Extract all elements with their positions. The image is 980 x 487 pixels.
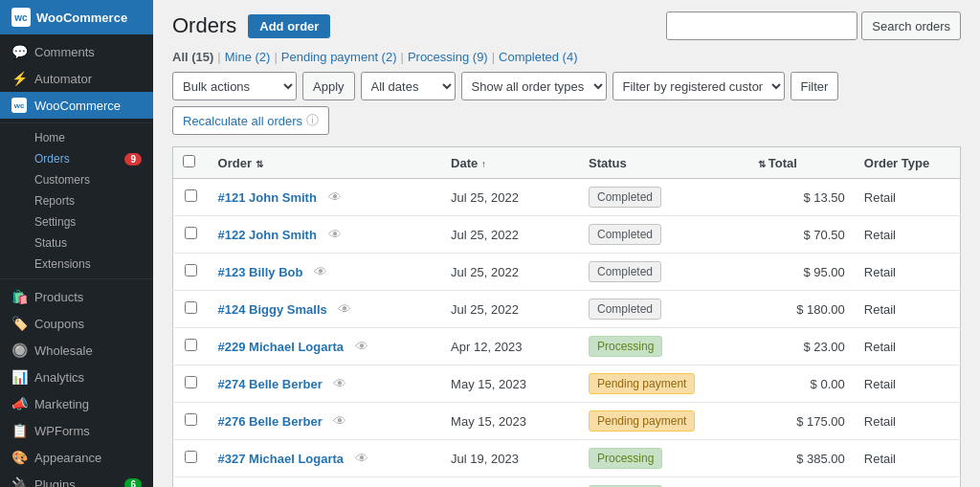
plugins-badge: 6: [124, 478, 142, 488]
sidebar-item-label: Products: [34, 290, 83, 304]
row-checkbox[interactable]: [185, 264, 197, 277]
row-checkbox[interactable]: [185, 339, 197, 351]
row-checkbox-cell: [173, 440, 209, 477]
status-badge: Processing: [589, 336, 662, 357]
order-link[interactable]: #123 Billy Bob: [218, 265, 303, 279]
row-checkbox[interactable]: [185, 301, 197, 314]
table-body: #121 John Smith 👁 Jul 25, 2022 Completed…: [173, 179, 961, 488]
preview-icon[interactable]: 👁: [333, 376, 346, 391]
sidebar-item-products[interactable]: 🛍️ Products: [0, 283, 153, 310]
plugins-icon: 🔌: [11, 476, 27, 487]
order-cell: #124 Biggy Smalls 👁: [209, 291, 442, 328]
preview-icon[interactable]: 👁: [328, 189, 342, 205]
toolbar: Bulk actions Mark processing Mark on-hol…: [172, 72, 961, 135]
dates-select[interactable]: All dates This month Last month This yea…: [361, 72, 456, 100]
table-row: #124 Biggy Smalls 👁 Jul 25, 2022 Complet…: [173, 291, 961, 328]
row-checkbox[interactable]: [185, 413, 197, 426]
order-type-cell: Retail: [855, 477, 961, 488]
order-link[interactable]: #274 Belle Berber: [218, 377, 323, 391]
select-all-checkbox[interactable]: [183, 155, 195, 167]
preview-icon[interactable]: 👁: [333, 413, 346, 429]
preview-icon[interactable]: 👁: [355, 339, 368, 354]
filter-tab-completed[interactable]: Completed (4): [499, 50, 577, 64]
sidebar-item-comments[interactable]: 💬 Comments: [0, 38, 153, 65]
apply-button[interactable]: Apply: [302, 72, 355, 100]
sidebar-item-wpforms[interactable]: 📋 WPForms: [0, 417, 153, 444]
order-cell: #121 John Smith 👁: [209, 179, 442, 216]
order-link[interactable]: #276 Belle Berber: [218, 414, 323, 429]
sidebar-item-orders[interactable]: Orders 9: [0, 148, 153, 169]
sidebar-item-wholesale[interactable]: 🔘 Wholesale: [0, 337, 153, 364]
sidebar-item-settings[interactable]: Settings: [0, 211, 153, 232]
sidebar-item-plugins[interactable]: 🔌 Plugins 6: [0, 471, 153, 487]
filter-tab-pending-payment[interactable]: Pending payment (2): [281, 50, 397, 64]
preview-icon[interactable]: 👁: [314, 264, 327, 279]
filter-customer-select[interactable]: Filter by registered customer: [612, 72, 785, 100]
order-types-select[interactable]: Show all order types Retail Wholesale: [461, 72, 607, 100]
sidebar-item-customers[interactable]: Customers: [0, 169, 153, 190]
sidebar-item-extensions[interactable]: Extensions: [0, 254, 153, 275]
row-checkbox[interactable]: [185, 451, 197, 463]
filter-tab-processing[interactable]: Processing (9): [408, 50, 488, 64]
row-checkbox[interactable]: [185, 376, 197, 388]
status-cell: Completed: [579, 291, 748, 328]
sidebar-item-appearance[interactable]: 🎨 Appearance: [0, 444, 153, 471]
filter-button[interactable]: Filter: [791, 72, 839, 100]
sidebar-item-analytics[interactable]: 📊 Analytics: [0, 364, 153, 390]
row-checkbox[interactable]: [185, 189, 197, 202]
bulk-actions-select[interactable]: Bulk actions Mark processing Mark on-hol…: [172, 72, 297, 100]
page-header: Orders Add order Search orders: [172, 11, 961, 40]
recalculate-button[interactable]: Recalculate all orders ⓘ: [172, 106, 329, 135]
woocommerce-small-icon: wc: [11, 98, 27, 113]
search-input[interactable]: [666, 11, 858, 40]
sidebar-item-label: Automator: [34, 72, 92, 86]
date-cell: Jul 25, 2022: [441, 254, 579, 291]
sidebar-sub-label: Orders: [34, 152, 70, 166]
status-cell: Processing: [579, 477, 748, 488]
divider: [0, 122, 153, 123]
date-col-header[interactable]: Date ↑: [441, 147, 579, 179]
sidebar-item-reports[interactable]: Reports: [0, 190, 153, 211]
order-sort-icon: ⇅: [256, 159, 263, 169]
total-sort-icon: ⇅: [758, 159, 768, 169]
date-cell: Jul 19, 2023: [441, 477, 579, 488]
sidebar-item-woocommerce[interactable]: wc WooCommerce: [0, 92, 153, 119]
status-cell: Completed: [579, 254, 748, 291]
order-link[interactable]: #327 Michael Logarta: [218, 452, 345, 466]
search-area: Search orders: [666, 11, 961, 40]
row-checkbox[interactable]: [185, 227, 197, 239]
sidebar-item-automator[interactable]: ⚡ Automator: [0, 65, 153, 92]
comments-icon: 💬: [11, 44, 27, 59]
sidebar-logo[interactable]: wc WooCommerce: [0, 0, 153, 34]
order-cell: #328 Michael Logarta 👁: [209, 477, 442, 488]
table-row: #121 John Smith 👁 Jul 25, 2022 Completed…: [173, 179, 961, 216]
order-col-header[interactable]: Order ⇅: [209, 147, 442, 179]
products-icon: 🛍️: [11, 289, 27, 304]
preview-icon[interactable]: 👁: [338, 301, 351, 317]
sidebar-item-marketing[interactable]: 📣 Marketing: [0, 390, 153, 417]
sidebar-item-status[interactable]: Status: [0, 232, 153, 254]
table-header-row: Order ⇅ Date ↑ Status ⇅ Total: [173, 147, 961, 179]
filter-tab-all[interactable]: All (15): [172, 50, 213, 64]
preview-icon[interactable]: 👁: [355, 451, 368, 466]
order-link[interactable]: #122 John Smith: [218, 228, 317, 242]
order-type-cell: Retail: [855, 365, 961, 403]
preview-icon[interactable]: 👁: [328, 227, 342, 242]
total-cell: $ 95.00: [748, 254, 855, 291]
row-checkbox-cell: [173, 254, 209, 291]
order-link[interactable]: #124 Biggy Smalls: [218, 302, 327, 317]
add-order-button[interactable]: Add order: [248, 14, 330, 38]
order-link[interactable]: #121 John Smith: [218, 190, 317, 205]
status-badge: Completed: [589, 299, 661, 320]
sidebar-item-home[interactable]: Home: [0, 127, 153, 148]
table-row: #123 Billy Bob 👁 Jul 25, 2022 Completed …: [173, 254, 961, 291]
sidebar-section-top: 💬 Comments ⚡ Automator wc WooCommerce Ho…: [0, 34, 153, 487]
filter-tab-mine[interactable]: Mine (2): [225, 50, 271, 64]
search-orders-button[interactable]: Search orders: [861, 11, 961, 40]
sidebar-item-coupons[interactable]: 🏷️ Coupons: [0, 310, 153, 337]
row-checkbox-cell: [173, 365, 209, 403]
order-link[interactable]: #229 Michael Logarta: [218, 340, 345, 354]
info-icon: ⓘ: [306, 112, 319, 129]
sidebar-sub-label: Settings: [34, 215, 76, 229]
total-col-header[interactable]: ⇅ Total: [748, 147, 855, 179]
